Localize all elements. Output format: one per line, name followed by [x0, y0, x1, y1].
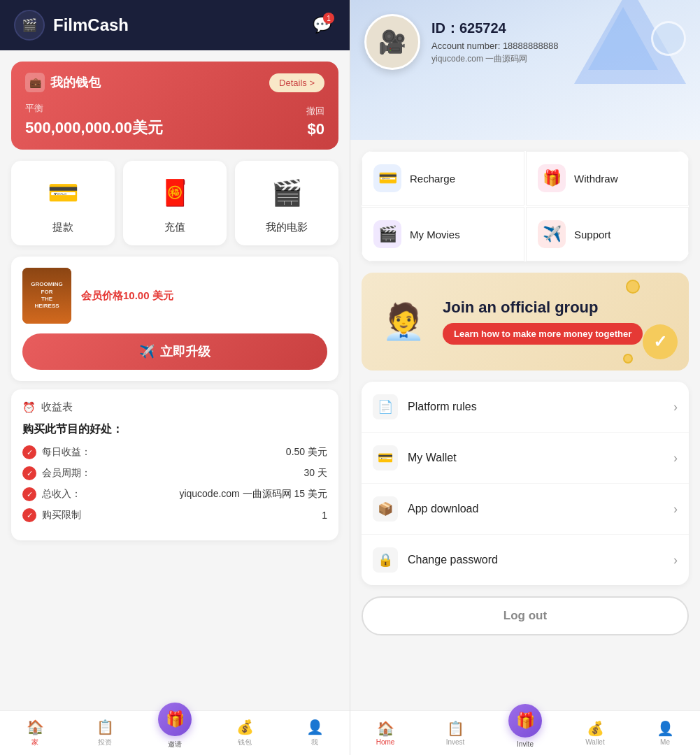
- benefit-limit: ✓ 购买限制 1: [22, 508, 327, 522]
- benefit-limit-label: 购买限制: [42, 509, 81, 522]
- right-bottom-nav: 🏠 Home 📋 Invest 🎁 Invite 💰 Wallet 👤 Me: [350, 710, 700, 755]
- menu-my-wallet[interactable]: 💳 My Wallet ›: [362, 433, 689, 484]
- platform-rules-label: Platform rules: [408, 401, 673, 413]
- nav-home-label: 家: [31, 738, 38, 747]
- action-recharge[interactable]: 🧧 充值: [123, 161, 227, 245]
- profile-account: Account number: 18888888888: [431, 41, 558, 51]
- left-header: 🎬 FilmCash 💬 1: [0, 0, 350, 50]
- invest-icon: 📋: [97, 719, 114, 735]
- join-group-banner[interactable]: 🧑‍💼 Join an official group Learn how to …: [362, 273, 689, 371]
- r-nav-home[interactable]: 🏠 Home: [350, 711, 420, 755]
- invite-icon: 🎁: [158, 703, 192, 736]
- details-button[interactable]: Details >: [269, 73, 324, 92]
- action-withdraw[interactable]: 💳 提款: [11, 161, 115, 245]
- wallet-label-row: 💼 我的钱包: [25, 73, 101, 92]
- withdraw-icon: 💳: [42, 172, 84, 214]
- movie-card: GROOMING FORTHEHEIRESS 会员价格10.00 美元 ✈️ 立…: [11, 257, 338, 381]
- check-icon-4: ✓: [22, 508, 36, 522]
- wallet-icon: 💼: [25, 73, 45, 92]
- benefit-limit-left: ✓ 购买限制: [22, 508, 81, 522]
- balance-amount: 500,000,000.00美元: [25, 117, 163, 138]
- menu-platform-rules[interactable]: 📄 Platform rules ›: [362, 382, 689, 433]
- change-password-chevron: ›: [673, 553, 678, 568]
- benefit-daily-value: 0.50 美元: [286, 446, 327, 459]
- banner-text-area: Join an official group Learn how to make…: [443, 299, 675, 344]
- profile-info-row: 🎥 ID：625724 Account number: 18888888888 …: [364, 14, 686, 70]
- benefit-total-value: yiqucode.com 一曲源码网 15 美元: [179, 488, 327, 501]
- banner-coin-1: [626, 280, 640, 294]
- wallet-nav-icon: 💰: [236, 719, 254, 735]
- r-invite-icon: 🎁: [508, 704, 542, 738]
- avatar: 🎥: [364, 14, 420, 70]
- banner-figure: 🧑‍💼: [376, 287, 431, 357]
- right-content: 💳 Recharge 🎁 Withdraw 🎬 My Movies ✈️ Sup…: [350, 140, 700, 710]
- action-my-movies-grid[interactable]: 🎬 My Movies: [362, 207, 524, 261]
- quick-actions: 💳 提款 🧧 充值 🎬 我的电影: [11, 161, 338, 245]
- left-content: 💼 我的钱包 Details > 平衡 500,000,000.00美元 撤回 …: [0, 50, 350, 710]
- action-recharge-label: 充值: [164, 221, 185, 234]
- nav-me-label: 我: [311, 738, 318, 747]
- logout-button[interactable]: Log out: [362, 596, 689, 635]
- change-password-label: Change password: [408, 554, 673, 566]
- upgrade-button[interactable]: ✈️ 立即升级: [22, 333, 327, 370]
- r-me-icon: 👤: [657, 720, 674, 737]
- benefit-period: ✓ 会员周期： 30 天: [22, 466, 327, 480]
- right-panel: 🎥 ID：625724 Account number: 18888888888 …: [350, 0, 700, 755]
- my-wallet-chevron: ›: [673, 451, 678, 466]
- earnings-row: ⏰ 收益表: [22, 401, 327, 414]
- nav-wallet[interactable]: 💰 钱包: [210, 711, 280, 755]
- r-nav-wallet[interactable]: 💰 Wallet: [560, 711, 630, 755]
- app-download-label: App download: [408, 503, 673, 515]
- r-nav-invite[interactable]: 🎁 Invite: [490, 711, 560, 755]
- my-movies-grid-icon: 🎬: [373, 220, 401, 248]
- wallet-title: 我的钱包: [50, 74, 101, 91]
- withdraw-amount: $0: [306, 120, 324, 138]
- my-wallet-menu-label: My Wallet: [408, 452, 673, 464]
- action-withdraw[interactable]: 🎁 Withdraw: [526, 151, 689, 206]
- nav-invite[interactable]: 🎁 邀请: [140, 711, 210, 755]
- menu-change-password[interactable]: 🔒 Change password ›: [362, 535, 689, 585]
- platform-rules-chevron: ›: [673, 400, 678, 415]
- r-wallet-icon: 💰: [587, 720, 604, 737]
- earnings-label: 收益表: [41, 401, 73, 414]
- r-nav-wallet-label: Wallet: [585, 738, 604, 746]
- grid-actions: 💳 Recharge 🎁 Withdraw 🎬 My Movies ✈️ Sup…: [362, 151, 689, 261]
- action-support[interactable]: ✈️ Support: [526, 207, 689, 261]
- nav-me[interactable]: 👤 我: [280, 711, 350, 755]
- movie-price-value: 10.00 美元: [123, 289, 173, 301]
- profile-details: ID：625724 Account number: 18888888888 yi…: [431, 19, 558, 65]
- check-icon-3: ✓: [22, 487, 36, 501]
- support-grid-label: Support: [574, 229, 611, 240]
- my-movies-grid-label: My Movies: [410, 229, 460, 240]
- check-icon-2: ✓: [22, 466, 36, 480]
- benefit-total: ✓ 总收入： yiqucode.com 一曲源码网 15 美元: [22, 487, 327, 501]
- r-nav-invest[interactable]: 📋 Invest: [420, 711, 490, 755]
- earnings-icon: ⏰: [22, 401, 36, 414]
- profile-area: 🎥 ID：625724 Account number: 18888888888 …: [350, 0, 700, 140]
- benefits-title: 购买此节目的好处：: [22, 422, 327, 437]
- action-recharge[interactable]: 💳 Recharge: [362, 151, 524, 206]
- movie-info-row: GROOMING FORTHEHEIRESS 会员价格10.00 美元: [22, 268, 327, 324]
- balance-section: 平衡 500,000,000.00美元: [25, 102, 163, 138]
- app-title: FilmCash: [53, 15, 129, 35]
- banner-title: Join an official group: [443, 299, 675, 317]
- nav-home[interactable]: 🏠 家: [0, 711, 70, 755]
- nav-invite-label: 邀请: [168, 740, 182, 749]
- benefits-section: ⏰ 收益表 购买此节目的好处： ✓ 每日收益： 0.50 美元 ✓ 会员周期： …: [11, 389, 338, 540]
- banner-subtitle: Learn how to make more money together: [443, 323, 643, 345]
- r-nav-me[interactable]: 👤 Me: [630, 711, 700, 755]
- profile-id: ID：625724: [431, 19, 558, 38]
- benefit-period-value: 30 天: [304, 467, 327, 480]
- withdraw-section: 撤回 $0: [306, 105, 324, 138]
- recharge-grid-label: Recharge: [410, 173, 455, 185]
- movie-price-label: 会员价格: [81, 289, 123, 301]
- home-icon: 🏠: [27, 719, 44, 735]
- r-nav-home-label: Home: [376, 738, 395, 746]
- left-bottom-nav: 🏠 家 📋 投资 🎁 邀请 💰 钱包 👤 我: [0, 710, 350, 755]
- chat-icon-button[interactable]: 💬 1: [308, 11, 336, 39]
- nav-invest[interactable]: 📋 投资: [70, 711, 140, 755]
- app-download-icon: 📦: [373, 496, 398, 522]
- menu-list: 📄 Platform rules › 💳 My Wallet › 📦 App d…: [362, 382, 689, 585]
- menu-app-download[interactable]: 📦 App download ›: [362, 484, 689, 535]
- action-my-movies[interactable]: 🎬 我的电影: [235, 161, 338, 245]
